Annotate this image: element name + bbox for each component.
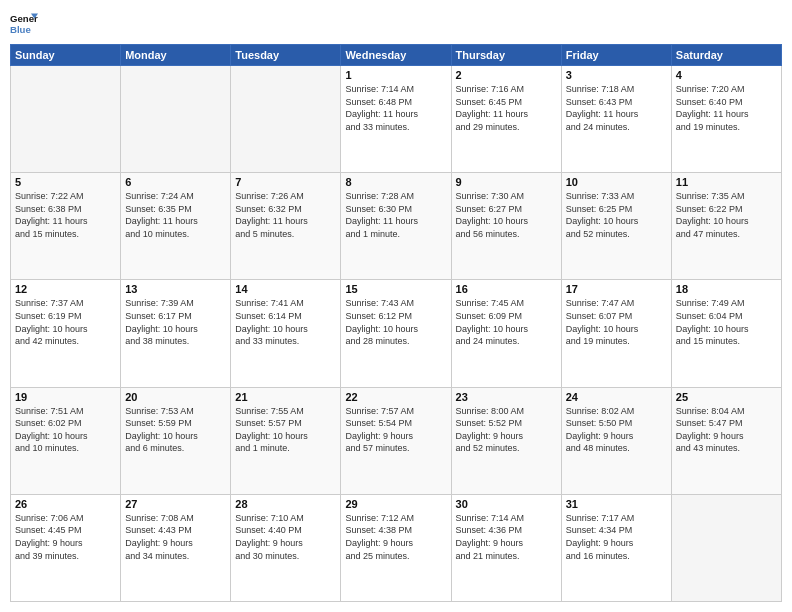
day-info: Sunrise: 7:41 AM Sunset: 6:14 PM Dayligh…: [235, 297, 336, 347]
weekday-header-monday: Monday: [121, 45, 231, 66]
day-number: 2: [456, 69, 557, 81]
day-info: Sunrise: 7:49 AM Sunset: 6:04 PM Dayligh…: [676, 297, 777, 347]
calendar-cell: 11Sunrise: 7:35 AM Sunset: 6:22 PM Dayli…: [671, 173, 781, 280]
calendar-week-3: 12Sunrise: 7:37 AM Sunset: 6:19 PM Dayli…: [11, 280, 782, 387]
calendar-cell: [121, 66, 231, 173]
day-number: 6: [125, 176, 226, 188]
day-number: 28: [235, 498, 336, 510]
weekday-header-saturday: Saturday: [671, 45, 781, 66]
calendar-cell: 30Sunrise: 7:14 AM Sunset: 4:36 PM Dayli…: [451, 494, 561, 601]
day-number: 4: [676, 69, 777, 81]
day-number: 12: [15, 283, 116, 295]
calendar-week-1: 1Sunrise: 7:14 AM Sunset: 6:48 PM Daylig…: [11, 66, 782, 173]
day-number: 8: [345, 176, 446, 188]
day-info: Sunrise: 7:14 AM Sunset: 4:36 PM Dayligh…: [456, 512, 557, 562]
calendar-cell: 24Sunrise: 8:02 AM Sunset: 5:50 PM Dayli…: [561, 387, 671, 494]
calendar-cell: 5Sunrise: 7:22 AM Sunset: 6:38 PM Daylig…: [11, 173, 121, 280]
calendar-week-2: 5Sunrise: 7:22 AM Sunset: 6:38 PM Daylig…: [11, 173, 782, 280]
day-info: Sunrise: 7:17 AM Sunset: 4:34 PM Dayligh…: [566, 512, 667, 562]
day-info: Sunrise: 7:24 AM Sunset: 6:35 PM Dayligh…: [125, 190, 226, 240]
weekday-header-friday: Friday: [561, 45, 671, 66]
day-number: 27: [125, 498, 226, 510]
calendar-cell: 19Sunrise: 7:51 AM Sunset: 6:02 PM Dayli…: [11, 387, 121, 494]
day-info: Sunrise: 7:10 AM Sunset: 4:40 PM Dayligh…: [235, 512, 336, 562]
calendar-cell: 31Sunrise: 7:17 AM Sunset: 4:34 PM Dayli…: [561, 494, 671, 601]
page: General Blue SundayMondayTuesdayWednesda…: [0, 0, 792, 612]
day-number: 1: [345, 69, 446, 81]
day-number: 3: [566, 69, 667, 81]
calendar-cell: 18Sunrise: 7:49 AM Sunset: 6:04 PM Dayli…: [671, 280, 781, 387]
calendar-cell: 4Sunrise: 7:20 AM Sunset: 6:40 PM Daylig…: [671, 66, 781, 173]
calendar-cell: 9Sunrise: 7:30 AM Sunset: 6:27 PM Daylig…: [451, 173, 561, 280]
calendar-cell: 14Sunrise: 7:41 AM Sunset: 6:14 PM Dayli…: [231, 280, 341, 387]
day-number: 25: [676, 391, 777, 403]
calendar-cell: 12Sunrise: 7:37 AM Sunset: 6:19 PM Dayli…: [11, 280, 121, 387]
calendar-cell: 29Sunrise: 7:12 AM Sunset: 4:38 PM Dayli…: [341, 494, 451, 601]
day-number: 18: [676, 283, 777, 295]
day-number: 24: [566, 391, 667, 403]
calendar-cell: 16Sunrise: 7:45 AM Sunset: 6:09 PM Dayli…: [451, 280, 561, 387]
calendar-cell: 27Sunrise: 7:08 AM Sunset: 4:43 PM Dayli…: [121, 494, 231, 601]
calendar-cell: 28Sunrise: 7:10 AM Sunset: 4:40 PM Dayli…: [231, 494, 341, 601]
day-number: 19: [15, 391, 116, 403]
calendar-cell: 17Sunrise: 7:47 AM Sunset: 6:07 PM Dayli…: [561, 280, 671, 387]
calendar-cell: 1Sunrise: 7:14 AM Sunset: 6:48 PM Daylig…: [341, 66, 451, 173]
calendar-cell: 13Sunrise: 7:39 AM Sunset: 6:17 PM Dayli…: [121, 280, 231, 387]
day-info: Sunrise: 7:57 AM Sunset: 5:54 PM Dayligh…: [345, 405, 446, 455]
day-number: 10: [566, 176, 667, 188]
calendar-week-5: 26Sunrise: 7:06 AM Sunset: 4:45 PM Dayli…: [11, 494, 782, 601]
day-info: Sunrise: 7:14 AM Sunset: 6:48 PM Dayligh…: [345, 83, 446, 133]
day-info: Sunrise: 7:51 AM Sunset: 6:02 PM Dayligh…: [15, 405, 116, 455]
day-info: Sunrise: 7:12 AM Sunset: 4:38 PM Dayligh…: [345, 512, 446, 562]
day-info: Sunrise: 7:28 AM Sunset: 6:30 PM Dayligh…: [345, 190, 446, 240]
day-number: 13: [125, 283, 226, 295]
calendar-cell: 7Sunrise: 7:26 AM Sunset: 6:32 PM Daylig…: [231, 173, 341, 280]
weekday-header-row: SundayMondayTuesdayWednesdayThursdayFrid…: [11, 45, 782, 66]
day-number: 5: [15, 176, 116, 188]
day-number: 30: [456, 498, 557, 510]
day-number: 11: [676, 176, 777, 188]
calendar-cell: 15Sunrise: 7:43 AM Sunset: 6:12 PM Dayli…: [341, 280, 451, 387]
calendar-cell: 26Sunrise: 7:06 AM Sunset: 4:45 PM Dayli…: [11, 494, 121, 601]
logo-icon: General Blue: [10, 10, 38, 38]
calendar-cell: 25Sunrise: 8:04 AM Sunset: 5:47 PM Dayli…: [671, 387, 781, 494]
weekday-header-tuesday: Tuesday: [231, 45, 341, 66]
day-info: Sunrise: 7:18 AM Sunset: 6:43 PM Dayligh…: [566, 83, 667, 133]
day-info: Sunrise: 7:39 AM Sunset: 6:17 PM Dayligh…: [125, 297, 226, 347]
weekday-header-wednesday: Wednesday: [341, 45, 451, 66]
calendar-cell: [231, 66, 341, 173]
calendar-cell: 22Sunrise: 7:57 AM Sunset: 5:54 PM Dayli…: [341, 387, 451, 494]
day-number: 14: [235, 283, 336, 295]
calendar-table: SundayMondayTuesdayWednesdayThursdayFrid…: [10, 44, 782, 602]
day-number: 29: [345, 498, 446, 510]
calendar-cell: 6Sunrise: 7:24 AM Sunset: 6:35 PM Daylig…: [121, 173, 231, 280]
calendar-cell: [671, 494, 781, 601]
calendar-cell: 8Sunrise: 7:28 AM Sunset: 6:30 PM Daylig…: [341, 173, 451, 280]
day-number: 9: [456, 176, 557, 188]
day-info: Sunrise: 7:30 AM Sunset: 6:27 PM Dayligh…: [456, 190, 557, 240]
day-info: Sunrise: 7:16 AM Sunset: 6:45 PM Dayligh…: [456, 83, 557, 133]
calendar-cell: 3Sunrise: 7:18 AM Sunset: 6:43 PM Daylig…: [561, 66, 671, 173]
day-info: Sunrise: 7:06 AM Sunset: 4:45 PM Dayligh…: [15, 512, 116, 562]
day-number: 7: [235, 176, 336, 188]
day-number: 23: [456, 391, 557, 403]
calendar-cell: [11, 66, 121, 173]
day-info: Sunrise: 8:00 AM Sunset: 5:52 PM Dayligh…: [456, 405, 557, 455]
day-number: 22: [345, 391, 446, 403]
day-info: Sunrise: 7:37 AM Sunset: 6:19 PM Dayligh…: [15, 297, 116, 347]
day-info: Sunrise: 7:53 AM Sunset: 5:59 PM Dayligh…: [125, 405, 226, 455]
day-number: 26: [15, 498, 116, 510]
day-number: 15: [345, 283, 446, 295]
logo: General Blue: [10, 10, 38, 38]
day-number: 21: [235, 391, 336, 403]
calendar-cell: 23Sunrise: 8:00 AM Sunset: 5:52 PM Dayli…: [451, 387, 561, 494]
calendar-week-4: 19Sunrise: 7:51 AM Sunset: 6:02 PM Dayli…: [11, 387, 782, 494]
day-info: Sunrise: 8:04 AM Sunset: 5:47 PM Dayligh…: [676, 405, 777, 455]
day-number: 31: [566, 498, 667, 510]
day-info: Sunrise: 7:22 AM Sunset: 6:38 PM Dayligh…: [15, 190, 116, 240]
day-info: Sunrise: 7:26 AM Sunset: 6:32 PM Dayligh…: [235, 190, 336, 240]
day-number: 20: [125, 391, 226, 403]
day-info: Sunrise: 7:55 AM Sunset: 5:57 PM Dayligh…: [235, 405, 336, 455]
weekday-header-sunday: Sunday: [11, 45, 121, 66]
day-info: Sunrise: 7:45 AM Sunset: 6:09 PM Dayligh…: [456, 297, 557, 347]
